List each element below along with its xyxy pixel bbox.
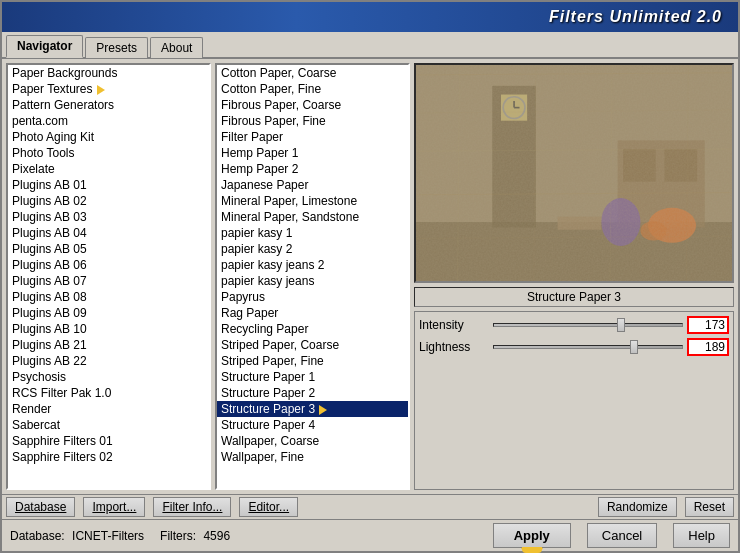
filter-item[interactable]: papier kasy 1 xyxy=(217,225,408,241)
category-panel: Paper BackgroundsPaper TexturesPattern G… xyxy=(6,63,211,490)
reset-button[interactable]: Reset xyxy=(685,497,734,517)
category-item[interactable]: Plugins AB 08 xyxy=(8,289,209,305)
category-item[interactable]: Plugins AB 21 xyxy=(8,337,209,353)
statusbar: Database: ICNET-Filters Filters: 4596 Ap… xyxy=(2,519,738,551)
filter-name-bar: Structure Paper 3 xyxy=(414,287,734,307)
category-item[interactable]: RCS Filter Pak 1.0 xyxy=(8,385,209,401)
category-item[interactable]: Sabercat xyxy=(8,417,209,433)
lightness-value[interactable]: 189 xyxy=(687,338,729,356)
filter-panel: Cotton Paper, CoarseCotton Paper, FineFi… xyxy=(215,63,410,490)
category-item[interactable]: Pixelate xyxy=(8,161,209,177)
filter-item[interactable]: Striped Paper, Coarse xyxy=(217,337,408,353)
filter-item[interactable]: Fibrous Paper, Coarse xyxy=(217,97,408,113)
bottom-toolbar: Database Import... Filter Info... Editor… xyxy=(2,494,738,519)
intensity-label: Intensity xyxy=(419,318,489,332)
category-item[interactable]: Pattern Generators xyxy=(8,97,209,113)
category-item[interactable]: Paper Backgrounds xyxy=(8,65,209,81)
filter-item[interactable]: Mineral Paper, Limestone xyxy=(217,193,408,209)
filter-item[interactable]: Recycling Paper xyxy=(217,321,408,337)
database-label: Database: ICNET-Filters xyxy=(10,529,144,543)
tab-about[interactable]: About xyxy=(150,37,203,58)
category-item[interactable]: Plugins AB 10 xyxy=(8,321,209,337)
apply-button[interactable]: Apply xyxy=(493,523,571,548)
category-item[interactable]: penta.com xyxy=(8,113,209,129)
main-window: Filters Unlimited 2.0 Navigator Presets … xyxy=(0,0,740,553)
category-item[interactable]: Plugins AB 22 xyxy=(8,353,209,369)
filter-item[interactable]: papier kasy jeans 2 xyxy=(217,257,408,273)
params-area: Intensity 173 Lightness 189 xyxy=(414,311,734,490)
category-item[interactable]: Photo Tools xyxy=(8,145,209,161)
filter-item[interactable]: Cotton Paper, Coarse xyxy=(217,65,408,81)
category-item[interactable]: Psychosis xyxy=(8,369,209,385)
filter-info-button[interactable]: Filter Info... xyxy=(153,497,231,517)
import-button[interactable]: Import... xyxy=(83,497,145,517)
right-panel: Structure Paper 3 Intensity 173 Lightnes… xyxy=(414,63,734,490)
filter-item[interactable]: Wallpaper, Fine xyxy=(217,449,408,465)
filter-list[interactable]: Cotton Paper, CoarseCotton Paper, FineFi… xyxy=(217,65,408,488)
category-item[interactable]: Photo Aging Kit xyxy=(8,129,209,145)
preview-image xyxy=(416,65,732,281)
tab-presets[interactable]: Presets xyxy=(85,37,148,58)
filter-item[interactable]: papier kasy 2 xyxy=(217,241,408,257)
filter-item[interactable]: Structure Paper 2 xyxy=(217,385,408,401)
filter-name-label: Structure Paper 3 xyxy=(527,290,621,304)
filter-item[interactable]: Papyrus xyxy=(217,289,408,305)
category-item[interactable]: Plugins AB 05 xyxy=(8,241,209,257)
category-item[interactable]: Plugins AB 02 xyxy=(8,193,209,209)
tab-bar: Navigator Presets About xyxy=(2,32,738,59)
filters-label: Filters: 4596 xyxy=(160,529,230,543)
filter-item[interactable]: Structure Paper 4 xyxy=(217,417,408,433)
category-item[interactable]: Plugins AB 04 xyxy=(8,225,209,241)
preview-container xyxy=(414,63,734,283)
filter-item[interactable]: Hemp Paper 1 xyxy=(217,145,408,161)
filter-item[interactable]: Hemp Paper 2 xyxy=(217,161,408,177)
filter-item[interactable]: Rag Paper xyxy=(217,305,408,321)
editor-button[interactable]: Editor... xyxy=(239,497,298,517)
filter-item[interactable]: Striped Paper, Fine xyxy=(217,353,408,369)
lightness-slider[interactable] xyxy=(493,338,683,356)
category-item[interactable]: Plugins AB 03 xyxy=(8,209,209,225)
cancel-button[interactable]: Cancel xyxy=(587,523,657,548)
intensity-slider[interactable] xyxy=(493,316,683,334)
param-lightness: Lightness 189 xyxy=(419,338,729,356)
filter-item[interactable]: Structure Paper 3 xyxy=(217,401,408,417)
filter-item[interactable]: Cotton Paper, Fine xyxy=(217,81,408,97)
category-item[interactable]: Sapphire Filters 01 xyxy=(8,433,209,449)
intensity-value[interactable]: 173 xyxy=(687,316,729,334)
category-item[interactable]: Plugins AB 09 xyxy=(8,305,209,321)
category-item[interactable]: Plugins AB 07 xyxy=(8,273,209,289)
filter-item[interactable]: Fibrous Paper, Fine xyxy=(217,113,408,129)
svg-rect-16 xyxy=(416,65,732,281)
tab-navigator[interactable]: Navigator xyxy=(6,35,83,58)
filter-item[interactable]: papier kasy jeans xyxy=(217,273,408,289)
content-area: Paper BackgroundsPaper TexturesPattern G… xyxy=(2,59,738,494)
database-button[interactable]: Database xyxy=(6,497,75,517)
category-item[interactable]: Sapphire Filters 02 xyxy=(8,449,209,465)
filter-item[interactable]: Japanese Paper xyxy=(217,177,408,193)
filter-item[interactable]: Filter Paper xyxy=(217,129,408,145)
category-item[interactable]: Plugins AB 01 xyxy=(8,177,209,193)
filter-item[interactable]: Wallpaper, Coarse xyxy=(217,433,408,449)
window-title: Filters Unlimited 2.0 xyxy=(549,8,722,26)
category-list[interactable]: Paper BackgroundsPaper TexturesPattern G… xyxy=(8,65,209,488)
filter-item[interactable]: Mineral Paper, Sandstone xyxy=(217,209,408,225)
help-button[interactable]: Help xyxy=(673,523,730,548)
category-item[interactable]: Plugins AB 06 xyxy=(8,257,209,273)
titlebar: Filters Unlimited 2.0 xyxy=(2,2,738,32)
category-item[interactable]: Render xyxy=(8,401,209,417)
param-intensity: Intensity 173 xyxy=(419,316,729,334)
randomize-button[interactable]: Randomize xyxy=(598,497,677,517)
category-item[interactable]: Paper Textures xyxy=(8,81,209,97)
lightness-label: Lightness xyxy=(419,340,489,354)
filter-item[interactable]: Structure Paper 1 xyxy=(217,369,408,385)
